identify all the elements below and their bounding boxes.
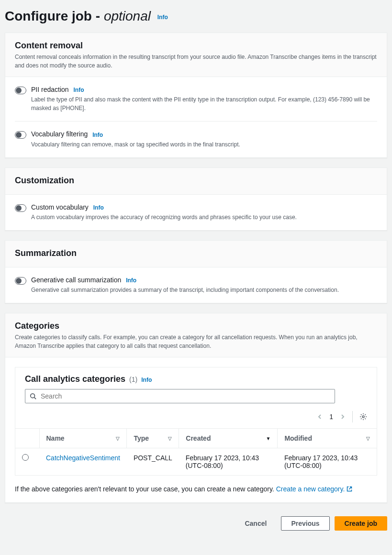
chevron-right-icon: [340, 414, 346, 420]
svg-point-2: [362, 416, 364, 418]
content-removal-header: Content removal Content removal conceals…: [5, 33, 387, 77]
categories-table: Name▽ Type▽ Created▼ Modified▽ CatchNega…: [15, 428, 377, 475]
categories-table-info[interactable]: Info: [141, 377, 152, 383]
title-main: Configure job: [5, 9, 92, 23]
previous-button[interactable]: Previous: [281, 516, 329, 531]
col-modified[interactable]: Modified▽: [278, 429, 377, 448]
pii-redaction-row: PII redaction Info Label the type of PII…: [15, 77, 377, 121]
svg-point-0: [31, 394, 35, 398]
sort-icon: ▽: [116, 436, 120, 441]
vocab-filter-title: Vocabulary filtering: [31, 130, 88, 138]
page-title: Configure job - optional Info: [5, 9, 387, 24]
gen-summary-info[interactable]: Info: [126, 277, 136, 284]
categories-table-container: Call analytics categories (1) Info 1: [15, 367, 377, 476]
customization-panel: Customization Custom vocabulary Info A c…: [5, 167, 387, 231]
footer-actions: Cancel Previous Create job: [5, 512, 387, 540]
summarization-panel: Summarization Generative call summarizat…: [5, 240, 387, 303]
category-type: POST_CALL: [127, 448, 179, 476]
vocab-filter-info[interactable]: Info: [92, 132, 103, 138]
note-prefix: If the above categories aren't relevant …: [15, 485, 276, 493]
gen-summary-row: Generative call summarization Info Gener…: [15, 267, 377, 303]
title-optional: optional: [104, 9, 151, 23]
gen-summary-toggle[interactable]: [15, 277, 26, 285]
categories-panel: Categories Create categories to classify…: [5, 313, 387, 503]
pager-prev[interactable]: [317, 414, 323, 420]
sort-icon: ▽: [168, 436, 172, 441]
categories-note: If the above categories aren't relevant …: [5, 485, 387, 502]
vocab-filter-desc: Vocabulary filtering can remove, mask or…: [31, 140, 377, 149]
pager-page-num: 1: [329, 413, 333, 421]
content-removal-desc: Content removal conceals information in …: [15, 53, 377, 70]
custom-vocab-title: Custom vocabulary: [31, 203, 89, 211]
custom-vocab-info[interactable]: Info: [93, 204, 104, 211]
pii-redaction-desc: Label the type of PII and also mask the …: [31, 95, 377, 112]
create-job-button[interactable]: Create job: [335, 516, 387, 531]
title-sep: -: [92, 9, 104, 23]
category-created: February 17 2023, 10:43 (UTC-08:00): [179, 448, 278, 476]
settings-button[interactable]: [359, 413, 367, 421]
sort-icon: ▽: [366, 436, 370, 441]
search-input[interactable]: [25, 389, 335, 403]
cancel-button[interactable]: Cancel: [235, 516, 276, 531]
vocab-filter-row: Vocabulary filtering Info Vocabulary fil…: [15, 121, 377, 157]
col-type[interactable]: Type▽: [127, 429, 179, 448]
category-modified: February 17 2023, 10:43 (UTC-08:00): [278, 448, 377, 476]
content-removal-title: Content removal: [15, 41, 377, 51]
summarization-title: Summarization: [15, 248, 377, 258]
content-removal-panel: Content removal Content removal conceals…: [5, 33, 387, 158]
col-created[interactable]: Created▼: [179, 429, 278, 448]
customization-title: Customization: [15, 176, 377, 186]
categories-desc: Create categories to classify calls. For…: [15, 333, 377, 350]
custom-vocab-row: Custom vocabulary Info A custom vocabula…: [15, 195, 377, 230]
categories-table-title: Call analytics categories: [25, 374, 125, 384]
create-category-link[interactable]: Create a new category.: [276, 485, 353, 493]
vocab-filter-toggle[interactable]: [15, 131, 26, 139]
pii-redaction-title: PII redaction: [31, 86, 69, 93]
sort-icon: ▼: [266, 436, 271, 441]
categories-title: Categories: [15, 321, 377, 331]
svg-line-1: [34, 398, 36, 400]
table-row: CatchNegativeSentiment POST_CALL Februar…: [15, 448, 377, 476]
col-name[interactable]: Name▽: [39, 429, 127, 448]
gear-icon: [359, 413, 367, 421]
gen-summary-desc: Generative call summarization provides a…: [31, 286, 377, 294]
pii-redaction-toggle[interactable]: [15, 87, 26, 94]
custom-vocab-desc: A custom vocabulary improves the accurac…: [31, 213, 377, 222]
page-info-link[interactable]: Info: [157, 14, 168, 21]
category-name-link[interactable]: CatchNegativeSentiment: [46, 454, 120, 462]
summarization-header: Summarization: [5, 241, 387, 267]
gen-summary-title: Generative call summarization: [31, 276, 121, 284]
categories-count: (1): [129, 376, 137, 383]
external-link-icon: [347, 486, 352, 492]
search-icon: [30, 393, 36, 400]
pager-next[interactable]: [340, 414, 346, 420]
chevron-left-icon: [317, 414, 323, 420]
custom-vocab-toggle[interactable]: [15, 204, 26, 212]
customization-header: Customization: [5, 168, 387, 195]
row-select-radio[interactable]: [22, 454, 29, 461]
pager-divider: [352, 411, 353, 422]
categories-header: Categories Create categories to classify…: [5, 313, 387, 357]
pii-redaction-info[interactable]: Info: [74, 87, 84, 93]
